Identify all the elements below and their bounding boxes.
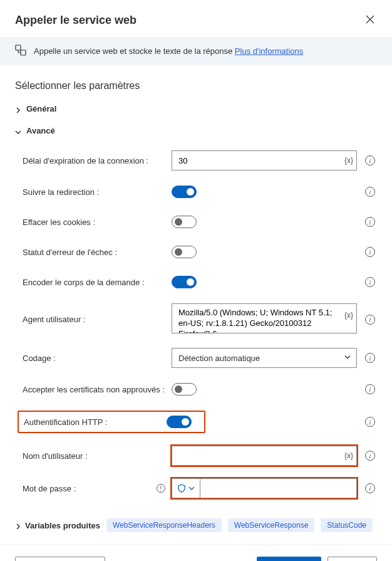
svg-rect-1 [21,50,26,55]
svg-rect-0 [16,45,21,50]
row-accept-untrusted: Accepter les certificats non approuvés :… [0,374,392,404]
info-icon[interactable]: i [365,155,375,165]
info-icon[interactable]: i [365,384,375,394]
chip-response-headers[interactable]: WebServiceResponseHeaders [106,518,222,532]
variables-label[interactable]: Variables produites [15,521,100,530]
api-icon [15,45,26,58]
close-icon [366,15,374,24]
info-icon[interactable]: i [365,217,375,227]
label-fail-status: Statut d'erreur de l'échec : [23,248,165,257]
http-auth-toggle[interactable] [167,416,192,428]
row-variables: Variables produites WebServiceResponseHe… [0,510,392,545]
label-username: Nom d'utilisateur : [23,451,165,461]
chip-status-code[interactable]: StatusCode [321,518,373,532]
label-http-auth: Authentification HTTP : [19,417,167,427]
group-general[interactable]: Général [0,98,392,120]
chevron-down-icon [188,485,195,491]
fail-status-toggle[interactable] [172,246,197,258]
group-advanced[interactable]: Avancé [0,120,392,142]
info-icon[interactable]: i [365,417,375,427]
username-input[interactable] [172,446,357,466]
label-password: Mot de passe : ! [23,484,165,493]
info-icon[interactable]: i [365,277,375,287]
label-follow-redirect: Suivre la redirection : [23,187,165,197]
banner-text: Appelle un service web et stocke le text… [34,46,303,56]
chip-response[interactable]: WebServiceResponse [228,518,315,532]
follow-redirect-toggle[interactable] [172,186,197,198]
shield-icon [177,484,186,493]
label-encode-body: Encoder le corps de la demande : [23,278,165,287]
row-encoding: Codage : Détection automatique i [0,342,392,374]
info-icon[interactable]: i [365,247,375,257]
row-follow-redirect: Suivre la redirection : i [0,177,392,207]
encoding-select[interactable]: Détection automatique [172,348,357,368]
info-icon[interactable]: i [365,483,375,493]
warning-icon: ! [157,484,165,493]
chevron-down-icon [15,128,21,134]
timeout-input[interactable] [172,150,357,170]
info-icon[interactable]: i [365,353,375,363]
row-clear-cookies: Effacer les cookies : i [0,207,392,237]
label-accept-untrusted: Accepter les certificats non approuvés : [23,385,165,394]
cancel-button[interactable]: Annuler [328,557,377,561]
row-user-agent: Agent utilisateur : Mozilla/5.0 (Windows… [0,297,392,342]
row-fail-status: Statut d'erreur de l'échec : i [0,237,392,267]
info-icon[interactable]: i [365,187,375,197]
label-user-agent: Agent utilisateur : [23,315,165,324]
info-icon[interactable]: i [365,315,375,325]
info-banner: Appelle un service web et stocke le text… [0,37,392,65]
section-title: Sélectionner les paramètres [0,65,392,98]
row-username: Nom d'utilisateur : {x} i [0,439,392,472]
row-http-auth: Authentification HTTP : i [0,404,392,439]
password-type-picker[interactable] [172,478,200,498]
chevron-down-icon [344,354,351,363]
chevron-right-icon [15,522,21,528]
on-error-button[interactable]: En cas d'erreur [15,557,105,561]
row-encode-body: Encoder le corps de la demande : i [0,267,392,297]
label-clear-cookies: Effacer les cookies : [23,218,165,227]
label-timeout: Délai d'expiration de la connexion : [23,156,165,165]
row-timeout: Délai d'expiration de la connexion : {x}… [0,144,392,177]
password-input[interactable] [200,478,357,498]
clear-cookies-toggle[interactable] [172,216,197,228]
save-button[interactable]: Enregistrer [257,557,321,561]
user-agent-input[interactable]: Mozilla/5.0 (Windows; U; Windows NT 5.1;… [172,303,357,333]
info-icon[interactable]: i [365,451,375,461]
row-password: Mot de passe : ! i [0,472,392,505]
chevron-right-icon [15,106,21,112]
dialog-title: Appeler le service web [15,14,137,27]
close-button[interactable] [363,13,377,28]
encode-body-toggle[interactable] [172,276,197,288]
accept-untrusted-toggle[interactable] [172,383,197,396]
more-info-link[interactable]: Plus d'informations [235,46,303,56]
label-encoding: Codage : [23,354,165,363]
